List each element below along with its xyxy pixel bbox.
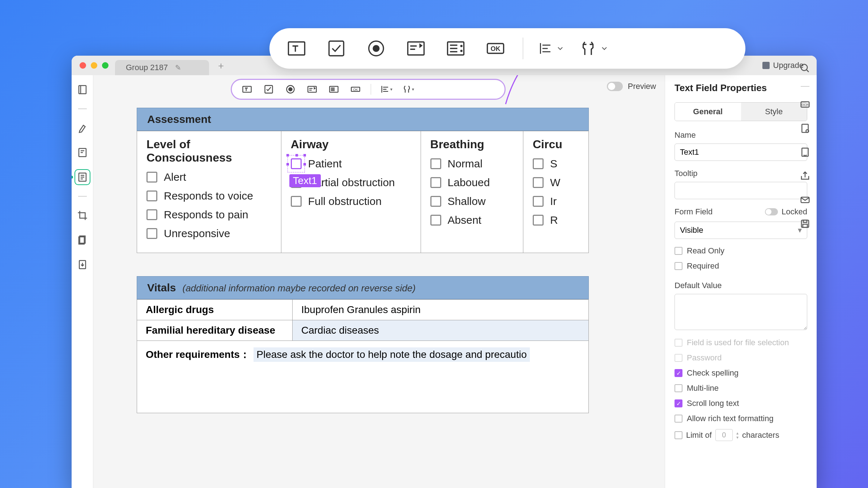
- checkbox-circ-w[interactable]: [533, 177, 544, 188]
- save-icon[interactable]: [799, 218, 811, 230]
- checkbox-tool-icon[interactable]: [324, 36, 349, 61]
- checkbox-label: Unresponsive: [164, 227, 230, 240]
- inner-combobox-icon[interactable]: [306, 83, 319, 96]
- listbox-tool-icon[interactable]: [443, 36, 468, 61]
- maximize-window-button[interactable]: [102, 62, 109, 69]
- checkbox-label: Full obstruction: [308, 195, 382, 207]
- add-tab-button[interactable]: ＋: [216, 59, 226, 72]
- properties-tabs: General Style: [675, 102, 807, 121]
- checkbox-label: R: [550, 214, 558, 226]
- mail-icon[interactable]: [799, 194, 811, 206]
- align-tool[interactable]: [538, 40, 564, 56]
- limit-prefix-label: Limit of: [686, 431, 712, 440]
- document-tab[interactable]: Group 2187 ✎: [115, 60, 209, 75]
- floating-toolbar: OK: [269, 28, 745, 69]
- scroll-long-text-checkbox[interactable]: [675, 399, 682, 407]
- minimize-window-button[interactable]: [91, 62, 97, 69]
- vitals-value-field[interactable]: Ibuprofen Granules aspirin: [293, 300, 588, 320]
- inner-align-icon[interactable]: ▾: [380, 83, 393, 96]
- tab-general[interactable]: General: [675, 103, 741, 121]
- col-title: Level of Consciousness: [146, 138, 272, 164]
- checkbox-shallow[interactable]: [430, 196, 441, 207]
- toolbar-separator: [523, 38, 523, 59]
- checkbox-normal[interactable]: [430, 158, 441, 169]
- tooltip-label: Tooltip: [675, 169, 807, 178]
- preview-toggle[interactable]: [607, 82, 623, 91]
- col-title: Breathing: [430, 138, 514, 151]
- checkbox-circ-r[interactable]: [533, 215, 544, 226]
- checkbox-laboued[interactable]: [430, 177, 441, 188]
- col-breathing: Breathing Normal Laboued Shallow Absent: [421, 131, 523, 253]
- limit-suffix-label: characters: [742, 431, 779, 440]
- col-circulation: Circu S W Ir R: [523, 131, 588, 253]
- rail-crop-icon[interactable]: [75, 208, 90, 223]
- limit-input[interactable]: [715, 429, 733, 441]
- svg-rect-27: [802, 148, 808, 157]
- inner-checkbox-icon[interactable]: [262, 83, 275, 96]
- convert-icon[interactable]: [799, 146, 811, 158]
- rail-form-icon[interactable]: [75, 170, 90, 184]
- name-input[interactable]: [675, 144, 807, 161]
- locked-toggle[interactable]: [765, 208, 778, 215]
- rail-pages-icon[interactable]: [75, 233, 90, 247]
- svg-text:OK: OK: [353, 88, 358, 91]
- checkbox-label: W: [550, 176, 560, 189]
- tooltip-input[interactable]: [675, 182, 807, 199]
- share-icon[interactable]: [799, 170, 811, 182]
- required-label: Required: [687, 261, 719, 271]
- limit-checkbox[interactable]: [675, 431, 682, 439]
- inner-textfield-icon[interactable]: [241, 83, 254, 96]
- window-controls: [80, 62, 109, 69]
- checkbox-full-obstruction[interactable]: [291, 196, 302, 207]
- inner-listbox-icon[interactable]: [327, 83, 340, 96]
- checkbox-label: Alert: [164, 171, 186, 183]
- other-req-field[interactable]: Please ask the doctor to help note the d…: [254, 347, 529, 362]
- checkbox-label: Partial obstruction: [308, 176, 395, 189]
- edit-tab-icon[interactable]: ✎: [175, 63, 181, 72]
- svg-rect-0: [289, 42, 305, 55]
- file-selection-checkbox[interactable]: [675, 339, 682, 347]
- rail-export-icon[interactable]: [75, 257, 90, 272]
- inner-radio-icon[interactable]: [284, 83, 297, 96]
- vitals-table: Allergic drugs Ibuprofen Granules aspiri…: [137, 299, 589, 413]
- rail-highlighter-icon[interactable]: [75, 121, 90, 135]
- visibility-select[interactable]: Visible ▾: [675, 222, 807, 239]
- combobox-tool-icon[interactable]: [403, 36, 429, 61]
- more-tools[interactable]: [578, 39, 608, 58]
- password-checkbox[interactable]: [675, 354, 682, 362]
- button-tool-icon[interactable]: OK: [483, 36, 508, 61]
- readonly-checkbox[interactable]: [675, 247, 682, 255]
- checkbox-circ-ir[interactable]: [533, 196, 544, 207]
- svg-rect-18: [308, 86, 316, 92]
- rich-text-checkbox[interactable]: [675, 415, 682, 423]
- selected-form-field[interactable]: [291, 158, 302, 169]
- radio-tool-icon[interactable]: [363, 36, 389, 61]
- content-row: OK ▾ ▾ Preview Assessment Level of Consc…: [72, 75, 817, 488]
- rich-text-label: Allow rich text formatting: [687, 414, 774, 423]
- inner-tools-icon[interactable]: ▾: [401, 83, 414, 96]
- inner-button-icon[interactable]: OK: [349, 83, 362, 96]
- close-window-button[interactable]: [80, 62, 86, 69]
- svg-text:OK: OK: [491, 45, 501, 52]
- rail-note-icon[interactable]: [75, 145, 90, 160]
- scroll-long-text-label: Scroll long text: [687, 399, 739, 408]
- checkbox-unresponsive[interactable]: [146, 228, 157, 239]
- checkbox-responds-voice[interactable]: [146, 191, 157, 201]
- multiline-checkbox[interactable]: [675, 384, 682, 392]
- page-icon[interactable]: [799, 122, 811, 134]
- default-value-input[interactable]: [675, 294, 807, 330]
- checkbox-absent[interactable]: [430, 215, 441, 226]
- vitals-value-field[interactable]: Cardiac diseases: [293, 320, 588, 341]
- check-spelling-checkbox[interactable]: [675, 369, 682, 377]
- checkbox-alert[interactable]: [146, 172, 157, 183]
- other-req-label: Other requirements：: [146, 349, 250, 360]
- properties-panel: Text Field Properties General Style Name…: [665, 75, 817, 488]
- visibility-value: Visible: [680, 226, 703, 235]
- table-row: Familial hereditary disease Cardiac dise…: [137, 320, 588, 341]
- rail-book-icon[interactable]: [75, 82, 90, 97]
- checkbox-circ-s[interactable]: [533, 158, 544, 169]
- ocr-icon[interactable]: OCR: [799, 98, 811, 111]
- text-field-tool-icon[interactable]: [284, 36, 309, 61]
- checkbox-responds-pain[interactable]: [146, 209, 157, 220]
- required-checkbox[interactable]: [675, 262, 682, 270]
